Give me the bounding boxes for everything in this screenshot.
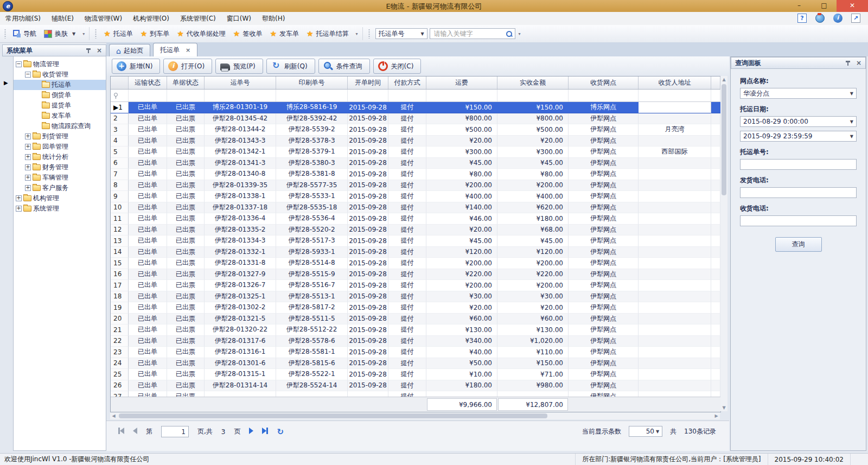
grid-cell[interactable]: 西部国际 <box>639 146 711 158</box>
grid-cell[interactable]: ¥800.00 <box>426 113 497 125</box>
grid-cell[interactable]: 提付 <box>388 269 426 281</box>
table-row[interactable]: 22已出单已出票伊犁28-01317-6伊犁28-5578-62015-09-2… <box>111 336 720 347</box>
grid-cell[interactable]: 已出票 <box>167 102 205 113</box>
table-row[interactable]: 9已出单已出票伊犁28-01338-1伊犁28-5533-12015-09-28… <box>111 191 720 202</box>
grid-cell[interactable]: ¥45.00 <box>497 235 569 247</box>
grid-cell[interactable]: 2015-09-28 <box>348 158 388 169</box>
grid-cell[interactable]: 2015-09-28 <box>348 324 388 336</box>
table-row[interactable]: ▶1已出单已出票博乐28-01301-19博乐28-5816-192015-09… <box>111 102 720 113</box>
grid-cell[interactable]: 伊犁网点 <box>569 124 639 136</box>
grid-cell[interactable]: ¥150.00 <box>426 102 497 113</box>
table-row[interactable]: 7已出单已出票伊犁28-01340-8伊犁28-5381-82015-09-28… <box>111 169 720 180</box>
filter-cell[interactable] <box>639 90 711 101</box>
grid-cell[interactable]: 已出票 <box>167 113 205 125</box>
next-page-button[interactable] <box>249 428 253 436</box>
action-button-close[interactable]: 关闭(C) <box>373 59 422 74</box>
filter-cell[interactable] <box>388 90 426 101</box>
column-header[interactable]: 付款方式 <box>388 77 426 89</box>
search-input[interactable] <box>433 29 505 38</box>
navigation-button[interactable]: 导航 <box>9 28 40 40</box>
grid-cell[interactable]: 伊犁28-5392-42 <box>276 113 348 125</box>
grid-cell[interactable]: 伊犁28-01327-9 <box>205 269 276 281</box>
grid-cell[interactable]: 提付 <box>388 146 426 158</box>
grid-cell[interactable]: 伊犁28-01332-1 <box>205 247 276 258</box>
grid-cell[interactable]: 伊犁28-5511-5 <box>276 314 348 325</box>
filter-cell[interactable] <box>205 90 276 101</box>
prev-page-button[interactable] <box>133 428 137 436</box>
toolbar-grip[interactable] <box>95 29 97 39</box>
horizontal-scrollbar[interactable]: ◀ ▶ <box>110 412 720 419</box>
grid-cell[interactable]: 伊犁网点 <box>569 235 639 247</box>
column-header[interactable]: 运输状态 <box>129 77 167 89</box>
query-button[interactable]: 查询 <box>775 237 822 252</box>
grid-cell[interactable]: 2015-09-28 <box>348 202 388 214</box>
waybill-number-input[interactable] <box>740 159 857 170</box>
tree-item[interactable]: 倒货单 <box>14 90 106 100</box>
grid-cell[interactable]: 已出票 <box>167 225 205 236</box>
grid-cell[interactable]: 伊犁28-5578-6 <box>276 336 348 347</box>
grid-cell[interactable]: 伊犁28-01326-7 <box>205 280 276 291</box>
grid-cell[interactable]: 已出单 <box>129 369 167 380</box>
grid-cell[interactable]: ¥150.00 <box>497 102 569 113</box>
toolbar-grip[interactable] <box>368 29 370 39</box>
grid-cell[interactable]: 伊犁28-5381-8 <box>276 169 348 180</box>
grid-cell[interactable]: 已出票 <box>167 358 205 370</box>
table-row[interactable]: 14已出单已出票伊犁28-01332-1伊犁28-5933-12015-09-2… <box>111 247 720 258</box>
grid-cell[interactable] <box>639 369 711 380</box>
grid-cell[interactable]: ¥20.00 <box>426 225 497 236</box>
grid-cell[interactable]: ¥30.00 <box>497 291 569 303</box>
grid-cell[interactable]: 伊犁28-5516-7 <box>276 280 348 291</box>
vertical-scroll-thumb[interactable] <box>722 84 726 195</box>
menu-item[interactable]: 机构管理(O) <box>127 12 175 26</box>
grid-cell[interactable] <box>639 258 711 269</box>
close-icon[interactable]: × <box>856 60 861 66</box>
grid-cell[interactable]: 伊犁28-5380-3 <box>276 158 348 169</box>
grid-cell[interactable] <box>639 280 711 291</box>
table-row[interactable]: 21已出单已出票伊犁28-01320-22伊犁28-5512-222015-09… <box>111 324 720 336</box>
grid-cell[interactable]: ¥60.00 <box>497 314 569 325</box>
grid-cell[interactable]: 提付 <box>388 302 426 314</box>
date-from-select[interactable]: 2015-08-29 0:00:00 ▼ <box>740 116 857 127</box>
grid-cell[interactable]: 已出单 <box>129 269 167 281</box>
grid-cell[interactable]: 已出票 <box>167 247 205 258</box>
grid-cell[interactable]: ¥400.00 <box>497 191 569 202</box>
grid-cell[interactable] <box>639 324 711 336</box>
table-row[interactable]: 10已出单已出票伊犁28-01337-18伊犁28-5535-182015-09… <box>111 202 720 214</box>
grid-cell[interactable]: ¥400.00 <box>426 191 497 202</box>
menu-item[interactable]: 帮助(H) <box>257 12 290 26</box>
action-button-refresh[interactable]: 刷新(Q) <box>266 59 315 74</box>
grid-cell[interactable]: 伊犁网点 <box>569 314 639 325</box>
maximize-button[interactable]: □ <box>812 0 837 12</box>
menu-item[interactable]: 常用功能(S) <box>0 12 46 26</box>
grid-cell[interactable]: 提付 <box>388 291 426 303</box>
grid-cell[interactable] <box>639 391 711 397</box>
grid-cell[interactable]: 已出票 <box>167 314 205 325</box>
receiver-phone-input[interactable] <box>740 215 857 226</box>
grid-cell[interactable]: ¥180.00 <box>426 380 497 392</box>
grid-cell[interactable]: 伊犁28-01331-8 <box>205 258 276 269</box>
grid-cell[interactable]: 伊犁网点 <box>569 180 639 192</box>
grid-cell[interactable] <box>639 136 711 147</box>
grid-cell[interactable] <box>639 225 711 236</box>
tree-expander-icon[interactable]: + <box>25 144 31 150</box>
grid-cell[interactable]: 月亮湾 <box>639 124 711 136</box>
grid-cell[interactable] <box>639 158 711 169</box>
grid-cell[interactable]: 伊犁网点 <box>569 191 639 202</box>
grid-cell[interactable]: ¥20.00 <box>426 136 497 147</box>
grid-cell[interactable]: 伊犁28-5933-1 <box>276 247 348 258</box>
grid-cell[interactable]: ¥220.00 <box>426 269 497 281</box>
table-row[interactable]: 4已出单已出票伊犁28-01343-3伊犁28-5378-32015-09-28… <box>111 136 720 147</box>
grid-cell[interactable]: 伊犁28-5539-2 <box>276 124 348 136</box>
grid-cell[interactable]: ¥30.00 <box>426 291 497 303</box>
grid-cell[interactable] <box>276 391 348 397</box>
grid-cell[interactable]: 已出单 <box>129 113 167 125</box>
grid-cell[interactable]: 2015-09-28 <box>348 336 388 347</box>
tab-close-icon[interactable]: × <box>186 47 190 54</box>
grid-cell[interactable]: 伊犁网点 <box>569 146 639 158</box>
grid-cell[interactable] <box>639 380 711 392</box>
action-button-open[interactable]: 打开(O) <box>163 59 212 74</box>
table-row[interactable]: 15已出单已出票伊犁28-01331-8伊犁28-5514-82015-09-2… <box>111 258 720 269</box>
grid-cell[interactable]: 已出单 <box>129 336 167 347</box>
grid-cell[interactable]: 伊犁网点 <box>569 302 639 314</box>
scroll-right-icon[interactable]: ▶ <box>713 412 720 419</box>
